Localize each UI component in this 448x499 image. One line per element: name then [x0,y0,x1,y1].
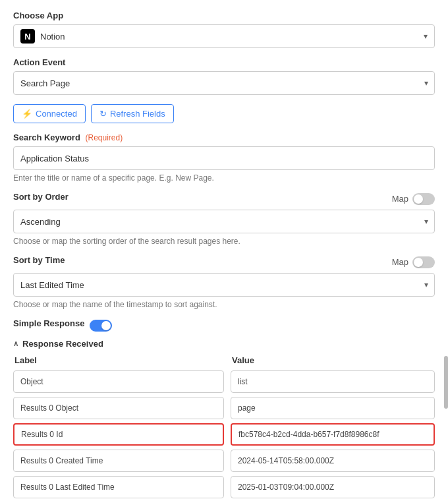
sort-order-label: Sort by Order [13,192,69,202]
app-selector[interactable]: N Notion ▾ [13,24,435,48]
refresh-icon: ↻ [99,109,107,119]
sort-time-hint: Choose or map the name of the timestamp … [13,300,435,309]
simple-response-toggle[interactable] [90,320,112,332]
connected-button[interactable]: ⚡ Connected [13,104,86,123]
sort-order-map-text: Map [392,194,408,204]
main-container: Choose App N Notion ▾ Action Event Searc… [0,0,448,499]
label-input-2[interactable] [13,423,224,446]
sort-time-select[interactable]: Last Edited Time Created Time [13,273,435,297]
value-input-1[interactable] [231,397,435,419]
sort-time-label: Sort by Time [13,255,65,265]
sort-order-map-row: Map [392,193,435,205]
value-column-header: Value [232,355,434,365]
cell-value-2 [231,423,435,446]
value-input-2[interactable] [231,423,435,446]
connected-label: Connected [36,109,77,119]
scrollbar[interactable] [444,356,448,409]
cell-label-0 [13,370,224,393]
action-event-section: Action Event Search Page ▾ [13,57,435,95]
response-received-row[interactable]: ∧ Response Received [13,339,435,349]
required-indicator: (Required) [86,133,123,142]
table-header: Label Value [13,355,435,365]
table-row [13,423,435,446]
action-event-label: Action Event [13,57,435,67]
label-input-3[interactable] [13,450,224,472]
refresh-fields-button[interactable]: ↻ Refresh Fields [91,104,174,123]
sort-time-toggle-knob [414,258,423,267]
search-keyword-section: Search Keyword (Required) Enter the titl… [13,132,435,183]
sort-order-header-row: Sort by Order Map [13,192,435,206]
sort-time-header-row: Sort by Time Map [13,255,435,269]
notion-icon: N [20,29,35,44]
sort-time-wrapper: Last Edited Time Created Time ▾ [13,273,435,297]
cell-label-2 [13,423,224,446]
label-input-1[interactable] [13,397,224,419]
sort-order-select[interactable]: Ascending Descending [13,210,435,233]
action-event-select[interactable]: Search Page [13,71,435,95]
table-row [13,370,435,393]
sort-by-time-section: Sort by Time Map Last Edited Time Create… [13,255,435,309]
sort-order-toggle-knob [414,194,423,204]
response-received-label: Response Received [22,339,103,349]
label-input-4[interactable] [13,476,224,498]
cell-value-4 [231,476,435,498]
simple-response-label: Simple Response [13,318,84,328]
cell-value-3 [231,450,435,472]
refresh-fields-label: Refresh Fields [110,109,165,119]
value-input-3[interactable] [231,450,435,472]
search-keyword-label: Search Keyword (Required) [13,132,435,142]
sort-time-map-toggle[interactable] [412,256,435,268]
sort-time-map-row: Map [392,256,435,268]
table-row [13,397,435,419]
action-buttons-row: ⚡ Connected ↻ Refresh Fields [13,104,435,123]
choose-app-label: Choose App [13,11,435,20]
cell-label-3 [13,450,224,472]
app-name-text: Notion [40,32,428,42]
table-row [13,450,435,472]
cell-value-1 [231,397,435,419]
chevron-up-icon: ∧ [13,339,18,348]
cell-label-4 [13,476,224,498]
sort-order-wrapper: Ascending Descending ▾ [13,210,435,233]
sort-order-hint: Choose or map the sorting order of the s… [13,237,435,246]
value-input-0[interactable] [231,370,435,393]
value-input-4[interactable] [231,476,435,498]
table-rows-container [13,370,435,499]
label-input-0[interactable] [13,370,224,393]
simple-response-row: Simple Response [13,318,435,332]
sort-by-order-section: Sort by Order Map Ascending Descending ▾… [13,192,435,246]
choose-app-section: Choose App N Notion ▾ [13,11,435,48]
search-keyword-input[interactable] [13,146,435,170]
simple-response-knob [101,321,111,330]
sort-time-map-text: Map [392,257,408,267]
search-keyword-hint: Enter the title or name of a specific pa… [13,173,435,183]
sort-order-map-toggle[interactable] [412,193,435,205]
label-column-header: Label [14,355,225,365]
action-event-wrapper: Search Page ▾ [13,71,435,95]
connected-icon: ⚡ [22,109,32,119]
cell-value-0 [231,370,435,393]
table-row [13,476,435,498]
cell-label-1 [13,397,224,419]
